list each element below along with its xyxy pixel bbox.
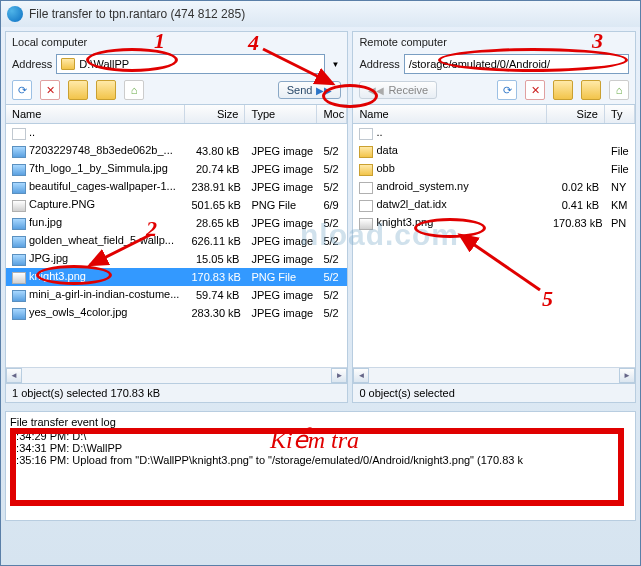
file-icon: [359, 164, 373, 176]
app-icon: [7, 6, 23, 22]
cell-type: JPEG image: [245, 181, 317, 193]
cell-type: PNG File: [245, 271, 317, 283]
local-list[interactable]: ..7203229748_8b3ede062b_...43.80 kBJPEG …: [6, 124, 347, 367]
refresh-button[interactable]: ⟳: [12, 80, 32, 100]
local-list-header[interactable]: Name Size Type Moc: [6, 104, 347, 124]
cell-type: KM: [605, 199, 635, 211]
new-folder-button[interactable]: [68, 80, 88, 100]
cell-size: 0.41 kB: [547, 199, 605, 211]
cell-size: 283.30 kB: [185, 307, 245, 319]
file-icon: [12, 146, 26, 158]
remote-list-header[interactable]: Name Size Ty: [353, 104, 635, 124]
cell-size: 59.74 kB: [185, 289, 245, 301]
cell-type: File: [605, 145, 635, 157]
file-icon: [12, 128, 26, 140]
delete-button[interactable]: ✕: [525, 80, 545, 100]
col-name[interactable]: Name: [6, 105, 185, 123]
col-size[interactable]: Size: [547, 105, 605, 123]
table-row[interactable]: mini_a-girl-in-indian-costume...59.74 kB…: [6, 286, 347, 304]
cell-name: mini_a-girl-in-indian-costume...: [6, 288, 185, 301]
up-folder-button[interactable]: [96, 80, 116, 100]
table-row[interactable]: fun.jpg28.65 kBJPEG image5/2: [6, 214, 347, 232]
cell-size: 170.83 kB: [185, 271, 245, 283]
cell-type: JPEG image: [245, 145, 317, 157]
window-title: File transfer to tpn.rantaro (474 812 28…: [29, 7, 245, 21]
annotation-num-3: 3: [592, 28, 603, 54]
table-row[interactable]: 7203229748_8b3ede062b_...43.80 kBJPEG im…: [6, 142, 347, 160]
cell-name: obb: [353, 162, 547, 175]
annotation-arrow-5: [450, 230, 550, 300]
annotation-kiemtra: Kiểm tra: [270, 426, 359, 454]
table-row[interactable]: golden_wheat_field_5-wallp...626.11 kBJP…: [6, 232, 347, 250]
cell-size: 28.65 kB: [185, 217, 245, 229]
table-row[interactable]: android_system.ny0.02 kBNY: [353, 178, 635, 196]
cell-name: android_system.ny: [353, 180, 547, 193]
annotation-num-1: 1: [154, 28, 165, 54]
table-row[interactable]: 7th_logo_1_by_Simmula.jpg20.74 kBJPEG im…: [6, 160, 347, 178]
table-row[interactable]: Capture.PNG501.65 kBPNG File6/9: [6, 196, 347, 214]
file-icon: [12, 218, 26, 230]
annotation-arrow-4: [258, 44, 348, 94]
cell-mod: 5/2: [317, 307, 347, 319]
file-icon: [359, 146, 373, 158]
cell-type: JPEG image: [245, 307, 317, 319]
file-icon: [12, 200, 26, 212]
cell-type: PN: [605, 217, 635, 229]
table-row[interactable]: beautiful_cages-wallpaper-1...238.91 kBJ…: [6, 178, 347, 196]
cell-type: File: [605, 163, 635, 175]
cell-name: ..: [6, 126, 185, 139]
table-row[interactable]: yes_owls_4color.jpg283.30 kBJPEG image5/…: [6, 304, 347, 322]
col-type[interactable]: Ty: [605, 105, 635, 123]
scroll-right-icon[interactable]: ►: [619, 368, 635, 383]
cell-type: JPEG image: [245, 253, 317, 265]
local-address-label: Address: [12, 58, 52, 70]
remote-status: 0 object(s) selected: [353, 383, 635, 402]
col-name[interactable]: Name: [353, 105, 547, 123]
file-icon: [359, 128, 373, 140]
cell-name: data: [353, 144, 547, 157]
cell-mod: 5/2: [317, 253, 347, 265]
scrollbar-horizontal[interactable]: ◄ ►: [353, 367, 635, 383]
table-row[interactable]: ..: [353, 124, 635, 142]
col-size[interactable]: Size: [185, 105, 245, 123]
svg-line-2: [460, 235, 540, 290]
table-row[interactable]: datw2l_dat.idx0.41 kBKM: [353, 196, 635, 214]
scroll-left-icon[interactable]: ◄: [353, 368, 369, 383]
scroll-right-icon[interactable]: ►: [331, 368, 347, 383]
file-icon: [359, 200, 373, 212]
scrollbar-horizontal[interactable]: ◄ ►: [6, 367, 347, 383]
cell-name: ..: [353, 126, 547, 139]
table-row[interactable]: ..: [6, 124, 347, 142]
svg-line-1: [263, 49, 333, 84]
cell-name: fun.jpg: [6, 216, 185, 229]
cell-size: 501.65 kB: [185, 199, 245, 211]
file-icon: [12, 254, 26, 266]
cell-mod: 5/2: [317, 181, 347, 193]
cell-size: 170.83 kB: [547, 217, 605, 229]
up-folder-button[interactable]: [581, 80, 601, 100]
col-type[interactable]: Type: [245, 105, 317, 123]
remote-panel: Remote computer Address /storage/emulate…: [352, 31, 636, 403]
table-row[interactable]: dataFile: [353, 142, 635, 160]
titlebar[interactable]: File transfer to tpn.rantaro (474 812 28…: [1, 1, 640, 27]
refresh-button[interactable]: ⟳: [497, 80, 517, 100]
cell-mod: 5/2: [317, 289, 347, 301]
home-button[interactable]: ⌂: [124, 80, 144, 100]
annotation-arrow-2: [80, 230, 160, 270]
cell-mod: 6/9: [317, 199, 347, 211]
folder-icon: [61, 58, 75, 70]
receive-label: Receive: [388, 84, 428, 96]
delete-button[interactable]: ✕: [40, 80, 60, 100]
cell-mod: 5/2: [317, 163, 347, 175]
local-status: 1 object(s) selected 170.83 kB: [6, 383, 347, 402]
remote-address-label: Address: [359, 58, 399, 70]
cell-size: 43.80 kB: [185, 145, 245, 157]
home-button[interactable]: ⌂: [609, 80, 629, 100]
new-folder-button[interactable]: [553, 80, 573, 100]
table-row[interactable]: obbFile: [353, 160, 635, 178]
file-icon: [12, 308, 26, 320]
file-icon: [12, 182, 26, 194]
cell-size: 15.05 kB: [185, 253, 245, 265]
scroll-left-icon[interactable]: ◄: [6, 368, 22, 383]
cell-size: 20.74 kB: [185, 163, 245, 175]
